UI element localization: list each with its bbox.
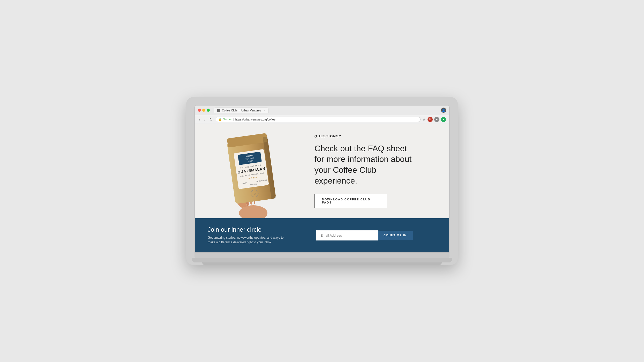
tab-close-button[interactable]: × <box>264 109 265 112</box>
profile-icon[interactable]: 👤 <box>441 108 446 113</box>
browser-nav-icons: ★ E ● ● <box>423 117 446 122</box>
close-button[interactable] <box>198 109 201 112</box>
newsletter-form: COUNT ME IN! <box>316 230 413 240</box>
active-tab[interactable]: Coffee Club — Urban Ventures × <box>214 108 268 113</box>
coffee-image-area: URBAN VENTURES COFFEE ORGANIC FAIR TRADE… <box>195 124 309 218</box>
nav-icons-right: 👤 <box>441 108 446 113</box>
tab-favicon <box>217 109 220 112</box>
questions-label: QUESTIONS? <box>314 134 436 138</box>
laptop-bottom <box>194 253 450 258</box>
newsletter-title: Join our inner circle <box>208 226 306 233</box>
content-right: QUESTIONS? Check out the FAQ sheet for m… <box>309 124 449 218</box>
secure-label: Secure <box>223 118 231 121</box>
maximize-button[interactable] <box>207 109 210 112</box>
lock-icon: 🔒 <box>219 118 222 121</box>
browser-chrome: Coffee Club — Urban Ventures × 👤 <box>195 105 449 115</box>
coffee-bag-illustration: URBAN VENTURES COFFEE ORGANIC FAIR TRADE… <box>213 125 291 218</box>
back-button[interactable]: ‹ <box>198 117 201 122</box>
website-content: URBAN VENTURES COFFEE ORGANIC FAIR TRADE… <box>195 124 449 252</box>
url-separator: | <box>233 118 234 121</box>
refresh-button[interactable]: ↻ <box>208 117 214 122</box>
laptop-foot <box>202 262 442 265</box>
tab-bar: Coffee Club — Urban Ventures × <box>214 108 439 113</box>
laptop-screen: Coffee Club — Urban Ventures × 👤 ‹ › ↻ 🔒… <box>194 105 450 253</box>
forward-button[interactable]: › <box>203 117 207 122</box>
faq-heading: Check out the FAQ sheet for more informa… <box>314 143 413 186</box>
newsletter-text: Join our inner circle Get amazing storie… <box>208 226 306 245</box>
laptop-frame: Coffee Club — Urban Ventures × 👤 ‹ › ↻ 🔒… <box>186 97 458 265</box>
nav-bar: ‹ › ↻ 🔒 Secure | https://urbanventures.o… <box>195 115 449 124</box>
url-text: https://urbanventures.org/coffee <box>235 118 275 121</box>
extension-icon-1[interactable]: E <box>428 117 433 122</box>
minimize-button[interactable] <box>202 109 205 112</box>
laptop-base <box>192 258 452 262</box>
url-bar[interactable]: 🔒 Secure | https://urbanventures.org/cof… <box>216 117 421 122</box>
bookmark-icon[interactable]: ★ <box>423 117 426 122</box>
extension-icon-3[interactable]: ● <box>441 117 446 122</box>
tab-title: Coffee Club — Urban Ventures <box>222 109 261 112</box>
extension-icon-2[interactable]: ● <box>434 117 439 122</box>
newsletter-section: Join our inner circle Get amazing storie… <box>195 218 449 252</box>
count-me-in-button[interactable]: COUNT ME IN! <box>378 231 413 240</box>
traffic-lights <box>198 109 210 112</box>
newsletter-description: Get amazing stories, newsworthy updates,… <box>208 235 290 245</box>
email-input[interactable] <box>316 230 378 240</box>
hero-section: URBAN VENTURES COFFEE ORGANIC FAIR TRADE… <box>195 124 449 218</box>
download-faqs-button[interactable]: DOWNLOAD COFFEE CLUB FAQS <box>314 194 387 208</box>
